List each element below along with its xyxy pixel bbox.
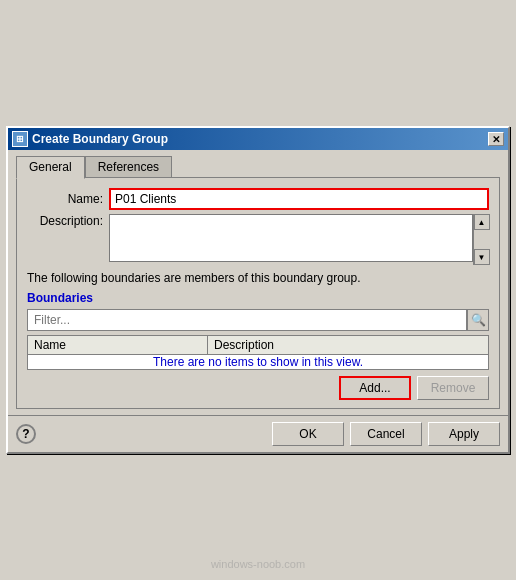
apply-button[interactable]: Apply (428, 422, 500, 446)
filter-row: 🔍 (27, 309, 489, 331)
description-label: Description: (27, 214, 109, 228)
info-text: The following boundaries are members of … (27, 271, 489, 285)
filter-input[interactable] (27, 309, 467, 331)
help-button[interactable]: ? (16, 424, 36, 444)
search-button[interactable]: 🔍 (467, 309, 489, 331)
title-bar: ⊞ Create Boundary Group ✕ (8, 128, 508, 150)
col-name-header: Name (28, 336, 208, 354)
ok-button[interactable]: OK (272, 422, 344, 446)
description-scrollbar: ▲ ▼ (473, 214, 489, 265)
table-header: Name Description (28, 336, 488, 355)
tab-general[interactable]: General (16, 156, 85, 179)
boundaries-label: Boundaries (27, 291, 489, 305)
name-input[interactable] (109, 188, 489, 210)
name-label: Name: (27, 192, 109, 206)
dialog-content: General References Name: Description: ▲ … (8, 150, 508, 415)
description-area-wrapper: ▲ ▼ (109, 214, 489, 265)
window-title: Create Boundary Group (32, 132, 168, 146)
scroll-up-arrow[interactable]: ▲ (474, 214, 490, 230)
main-window: ⊞ Create Boundary Group ✕ General Refere… (6, 126, 510, 454)
boundaries-table: Name Description There are no items to s… (27, 335, 489, 370)
description-row: Description: ▲ ▼ (27, 214, 489, 265)
add-remove-row: Add... Remove (27, 376, 489, 400)
description-textarea[interactable] (109, 214, 473, 262)
search-icon: 🔍 (471, 313, 486, 327)
empty-message: There are no items to show in this view. (153, 355, 363, 369)
close-button[interactable]: ✕ (488, 132, 504, 146)
add-button[interactable]: Add... (339, 376, 411, 400)
window-icon: ⊞ (12, 131, 28, 147)
bottom-bar: ? OK Cancel Apply (8, 415, 508, 452)
table-body: There are no items to show in this view. (28, 355, 488, 369)
remove-button[interactable]: Remove (417, 376, 489, 400)
tab-content-general: Name: Description: ▲ ▼ The following bou… (16, 177, 500, 409)
scroll-down-arrow[interactable]: ▼ (474, 249, 490, 265)
tab-bar: General References (16, 156, 500, 178)
tab-references[interactable]: References (85, 156, 172, 178)
watermark: windows-noob.com (0, 558, 516, 570)
title-bar-text: ⊞ Create Boundary Group (12, 131, 168, 147)
cancel-button[interactable]: Cancel (350, 422, 422, 446)
name-row: Name: (27, 188, 489, 210)
col-description-header: Description (208, 336, 488, 354)
bottom-buttons: OK Cancel Apply (272, 422, 500, 446)
